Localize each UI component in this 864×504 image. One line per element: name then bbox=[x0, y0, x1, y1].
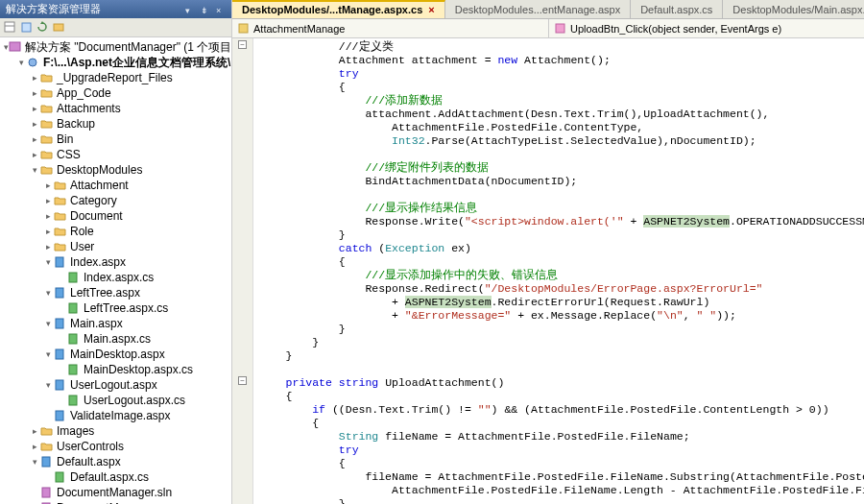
document-tab[interactable]: DesktopModules/Main.aspx.cs bbox=[723, 0, 864, 18]
project-icon bbox=[27, 57, 40, 68]
close-icon[interactable]: × bbox=[216, 6, 226, 15]
svg-rect-12 bbox=[69, 334, 77, 344]
tree-item[interactable]: ▸Backup bbox=[0, 116, 231, 132]
tree-item[interactable]: ▸CSS bbox=[0, 147, 231, 162]
tree-item[interactable]: ▸Attachment bbox=[0, 178, 231, 193]
expand-icon[interactable]: ▾ bbox=[42, 380, 54, 390]
svg-rect-27 bbox=[556, 24, 564, 33]
refresh-icon[interactable] bbox=[36, 21, 50, 35]
tree-item-label: Role bbox=[70, 225, 94, 238]
tree-item[interactable]: ▾MainDesktop.aspx bbox=[0, 347, 231, 362]
tree-item[interactable]: ▸User bbox=[0, 239, 231, 254]
expand-icon[interactable]: ▾ bbox=[42, 288, 54, 298]
document-tab[interactable]: DesktopModules/...tManage.aspx.cs × bbox=[232, 0, 445, 18]
tree-item[interactable]: ▾DesktopModules bbox=[0, 162, 231, 178]
tree-item[interactable]: LeftTree.aspx.cs bbox=[0, 300, 231, 316]
expand-icon[interactable]: ▸ bbox=[29, 134, 40, 144]
properties-icon[interactable] bbox=[4, 21, 17, 35]
solution-icon bbox=[9, 41, 22, 53]
csf-icon bbox=[67, 364, 81, 375]
fold-toggle[interactable]: − bbox=[238, 376, 247, 385]
showall-icon[interactable] bbox=[20, 21, 34, 35]
fld-icon bbox=[40, 72, 54, 84]
solution-node[interactable]: ▾ 解决方案 "DocumentManager" (1 个项目) bbox=[0, 39, 231, 55]
panel-toolbar bbox=[0, 18, 231, 37]
svg-rect-26 bbox=[239, 24, 248, 33]
csf-icon bbox=[67, 395, 81, 406]
asp-icon bbox=[54, 379, 67, 391]
tree-item[interactable]: ▸App_Code bbox=[0, 85, 231, 101]
expand-icon[interactable]: ▸ bbox=[42, 227, 54, 236]
tree-item[interactable]: ▾Default.aspx bbox=[0, 454, 231, 469]
code-gutter[interactable]: − − bbox=[232, 38, 253, 504]
expand-icon[interactable]: ▾ bbox=[29, 165, 40, 175]
expand-icon[interactable]: ▸ bbox=[29, 150, 40, 159]
autohide-icon[interactable]: ⇟ bbox=[201, 6, 210, 15]
tree-item[interactable]: ▸Bin bbox=[0, 132, 231, 147]
expand-icon[interactable]: ▸ bbox=[29, 119, 40, 129]
pin-icon[interactable]: ▾ bbox=[185, 6, 195, 15]
tree-item-label: UserControls bbox=[57, 440, 124, 453]
tree-item-label: CSS bbox=[57, 148, 81, 161]
tab-label: DesktopModules/...tManage.aspx.cs bbox=[242, 4, 422, 15]
expand-icon[interactable]: ▸ bbox=[29, 73, 40, 83]
expand-icon[interactable]: ▸ bbox=[42, 196, 54, 205]
tree-item-label: App_Code bbox=[57, 86, 111, 100]
expand-icon[interactable]: ▸ bbox=[29, 426, 40, 436]
asp-icon bbox=[54, 348, 67, 360]
tree-item-label: Default.aspx bbox=[57, 455, 121, 468]
tree-item[interactable]: ▸Images bbox=[0, 423, 231, 439]
tab-label: DesktopModules/Main.aspx.cs bbox=[732, 4, 864, 15]
tree-item[interactable]: ▾LeftTree.aspx bbox=[0, 285, 231, 300]
tree-item[interactable]: ▸Role bbox=[0, 224, 231, 239]
tree-item[interactable]: ▸Category bbox=[0, 193, 231, 208]
svg-rect-8 bbox=[69, 273, 77, 282]
tree-item[interactable]: UserLogout.aspx.cs bbox=[0, 393, 231, 408]
document-tab[interactable]: Default.aspx.cs bbox=[631, 0, 723, 18]
tree-item[interactable]: Default.aspx.cs bbox=[0, 469, 231, 485]
member-dropdown[interactable]: UploadBtn_Click(object sender, EventArgs… bbox=[549, 19, 864, 37]
tree-item[interactable]: MainDesktop.aspx.cs bbox=[0, 362, 231, 377]
asp-icon bbox=[54, 318, 67, 329]
expand-icon[interactable]: ▾ bbox=[42, 257, 54, 267]
expand-icon[interactable]: ▸ bbox=[29, 88, 40, 98]
tree-item[interactable]: Main.aspx.cs bbox=[0, 331, 231, 347]
tree-item[interactable]: ▸UserControls bbox=[0, 439, 231, 454]
solution-tree[interactable]: ▾ 解决方案 "DocumentManager" (1 个项目) ▾ F:\..… bbox=[0, 37, 231, 504]
class-dropdown[interactable]: AttachmentManage bbox=[232, 19, 549, 37]
tree-item[interactable]: Index.aspx.cs bbox=[0, 270, 231, 285]
fld-icon bbox=[54, 195, 67, 206]
tree-item[interactable]: ▾UserLogout.aspx bbox=[0, 377, 231, 393]
expand-icon[interactable]: ▸ bbox=[42, 180, 54, 190]
tree-item[interactable]: ▸Attachments bbox=[0, 101, 231, 116]
project-node[interactable]: ▾ F:\...\Asp.net企业信息文档管理系统\ bbox=[0, 55, 231, 70]
fld-icon bbox=[54, 226, 67, 237]
expand-icon[interactable]: ▾ bbox=[42, 319, 54, 328]
expand-icon[interactable]: ▸ bbox=[29, 104, 40, 113]
tree-item[interactable]: ▾Main.aspx bbox=[0, 316, 231, 331]
fld-icon bbox=[40, 164, 54, 176]
fld-icon bbox=[40, 103, 54, 114]
tree-item-label: ValidateImage.aspx bbox=[70, 409, 171, 422]
code-editor[interactable]: ///定义类 Attachment attachment = new Attac… bbox=[253, 38, 864, 504]
tree-item[interactable]: DocumentManager.suo bbox=[0, 500, 231, 504]
tree-item[interactable]: ▸Document bbox=[0, 208, 231, 224]
tree-item[interactable]: ▸_UpgradeReport_Files bbox=[0, 70, 231, 85]
tree-item-label: UserLogout.aspx bbox=[70, 378, 157, 392]
svg-rect-16 bbox=[69, 396, 77, 405]
expand-icon[interactable]: ▸ bbox=[42, 242, 54, 252]
document-tab[interactable]: DesktopModules...entManage.aspx bbox=[445, 0, 631, 18]
tree-item[interactable]: ▾Index.aspx bbox=[0, 254, 231, 270]
expand-icon[interactable]: ▾ bbox=[42, 349, 54, 359]
tree-item[interactable]: ValidateImage.aspx bbox=[0, 408, 231, 423]
fold-toggle[interactable]: − bbox=[238, 40, 247, 49]
nest-icon[interactable] bbox=[53, 21, 66, 35]
tree-item-label: Attachments bbox=[57, 102, 121, 115]
svg-rect-2 bbox=[22, 23, 31, 32]
tree-item[interactable]: DocumentManager.sln bbox=[0, 485, 231, 500]
tab-close-icon[interactable]: × bbox=[428, 4, 434, 15]
fld-icon bbox=[40, 118, 54, 130]
expand-icon[interactable]: ▸ bbox=[42, 211, 54, 221]
expand-icon[interactable]: ▸ bbox=[29, 442, 40, 451]
expand-icon[interactable]: ▾ bbox=[29, 457, 40, 467]
